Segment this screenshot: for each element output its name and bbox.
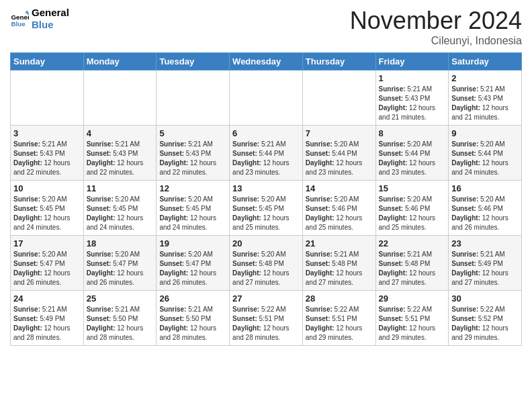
day-info: Sunrise: 5:21 AMSunset: 5:48 PMDaylight:… (379, 250, 446, 287)
calendar-cell: 5Sunrise: 5:21 AMSunset: 5:43 PMDaylight… (157, 126, 230, 181)
weekday-header-wednesday: Wednesday (230, 53, 303, 71)
day-number: 18 (87, 238, 154, 248)
calendar-cell: 1Sunrise: 5:21 AMSunset: 5:43 PMDaylight… (375, 71, 449, 126)
day-info: Sunrise: 5:20 AMSunset: 5:47 PMDaylight:… (159, 250, 226, 287)
day-number: 12 (159, 183, 226, 193)
day-info: Sunrise: 5:20 AMSunset: 5:45 PMDaylight:… (13, 195, 81, 232)
day-number: 19 (159, 238, 226, 248)
day-info: Sunrise: 5:21 AMSunset: 5:50 PMDaylight:… (159, 305, 226, 342)
day-info: Sunrise: 5:20 AMSunset: 5:44 PMDaylight:… (451, 140, 519, 177)
calendar-cell (83, 71, 157, 126)
weekday-header-saturday: Saturday (449, 53, 522, 71)
day-info: Sunrise: 5:21 AMSunset: 5:49 PMDaylight:… (13, 305, 81, 342)
calendar-cell (157, 71, 230, 126)
calendar-week-3: 10Sunrise: 5:20 AMSunset: 5:45 PMDayligh… (11, 181, 522, 236)
calendar-cell: 25Sunrise: 5:21 AMSunset: 5:50 PMDayligh… (83, 291, 157, 346)
svg-marker-2 (25, 10, 29, 13)
day-number: 9 (451, 128, 519, 138)
day-number: 28 (306, 293, 373, 304)
location: Cileunyi, Indonesia (350, 35, 522, 47)
calendar-week-4: 17Sunrise: 5:20 AMSunset: 5:47 PMDayligh… (11, 236, 522, 291)
day-info: Sunrise: 5:20 AMSunset: 5:46 PMDaylight:… (306, 195, 373, 232)
calendar-cell (302, 71, 375, 126)
day-number: 16 (451, 183, 519, 193)
day-number: 10 (13, 183, 81, 193)
calendar-cell: 7Sunrise: 5:20 AMSunset: 5:44 PMDaylight… (302, 126, 375, 181)
day-info: Sunrise: 5:21 AMSunset: 5:43 PMDaylight:… (87, 140, 154, 177)
day-info: Sunrise: 5:22 AMSunset: 5:51 PMDaylight:… (306, 305, 373, 342)
day-number: 29 (379, 293, 446, 304)
calendar-cell: 24Sunrise: 5:21 AMSunset: 5:49 PMDayligh… (11, 291, 84, 346)
calendar-cell: 2Sunrise: 5:21 AMSunset: 5:43 PMDaylight… (449, 71, 522, 126)
day-number: 11 (87, 183, 154, 193)
calendar-cell: 9Sunrise: 5:20 AMSunset: 5:44 PMDaylight… (449, 126, 522, 181)
svg-text:Blue: Blue (11, 20, 26, 28)
calendar-cell: 17Sunrise: 5:20 AMSunset: 5:47 PMDayligh… (11, 236, 84, 291)
calendar-table: SundayMondayTuesdayWednesdayThursdayFrid… (10, 52, 522, 346)
day-info: Sunrise: 5:21 AMSunset: 5:43 PMDaylight:… (13, 140, 81, 177)
day-number: 22 (379, 238, 446, 248)
calendar-week-2: 3Sunrise: 5:21 AMSunset: 5:43 PMDaylight… (11, 126, 522, 181)
day-info: Sunrise: 5:21 AMSunset: 5:50 PMDaylight:… (87, 305, 154, 342)
calendar-cell (230, 71, 303, 126)
weekday-header-monday: Monday (83, 53, 157, 71)
calendar-cell: 20Sunrise: 5:20 AMSunset: 5:48 PMDayligh… (230, 236, 303, 291)
day-info: Sunrise: 5:22 AMSunset: 5:51 PMDaylight:… (232, 305, 300, 342)
day-number: 1 (379, 73, 446, 83)
calendar-cell: 3Sunrise: 5:21 AMSunset: 5:43 PMDaylight… (11, 126, 84, 181)
calendar-cell: 26Sunrise: 5:21 AMSunset: 5:50 PMDayligh… (157, 291, 230, 346)
day-info: Sunrise: 5:20 AMSunset: 5:44 PMDaylight:… (379, 140, 446, 177)
day-number: 23 (451, 238, 519, 248)
calendar-cell: 18Sunrise: 5:20 AMSunset: 5:47 PMDayligh… (83, 236, 157, 291)
calendar-cell: 15Sunrise: 5:20 AMSunset: 5:46 PMDayligh… (375, 181, 449, 236)
day-number: 27 (232, 293, 300, 304)
logo: General Blue General Blue (10, 7, 69, 31)
day-info: Sunrise: 5:20 AMSunset: 5:47 PMDaylight:… (87, 250, 154, 287)
day-number: 20 (232, 238, 300, 248)
day-number: 3 (13, 128, 81, 138)
day-number: 5 (159, 128, 226, 138)
weekday-header-tuesday: Tuesday (157, 53, 230, 71)
day-number: 4 (87, 128, 154, 138)
calendar-cell (11, 71, 84, 126)
calendar-cell: 13Sunrise: 5:20 AMSunset: 5:45 PMDayligh… (230, 181, 303, 236)
day-number: 14 (306, 183, 373, 193)
day-info: Sunrise: 5:20 AMSunset: 5:47 PMDaylight:… (13, 250, 81, 287)
day-number: 26 (159, 293, 226, 304)
calendar-cell: 29Sunrise: 5:22 AMSunset: 5:51 PMDayligh… (375, 291, 449, 346)
day-info: Sunrise: 5:22 AMSunset: 5:52 PMDaylight:… (451, 305, 519, 342)
day-info: Sunrise: 5:20 AMSunset: 5:45 PMDaylight:… (159, 195, 226, 232)
day-info: Sunrise: 5:20 AMSunset: 5:46 PMDaylight:… (451, 195, 519, 232)
day-number: 2 (451, 73, 519, 83)
weekday-header-row: SundayMondayTuesdayWednesdayThursdayFrid… (11, 53, 522, 71)
day-info: Sunrise: 5:20 AMSunset: 5:48 PMDaylight:… (232, 250, 300, 287)
calendar-cell: 16Sunrise: 5:20 AMSunset: 5:46 PMDayligh… (449, 181, 522, 236)
calendar-cell: 30Sunrise: 5:22 AMSunset: 5:52 PMDayligh… (449, 291, 522, 346)
calendar-cell: 21Sunrise: 5:21 AMSunset: 5:48 PMDayligh… (302, 236, 375, 291)
day-number: 21 (306, 238, 373, 248)
weekday-header-sunday: Sunday (11, 53, 84, 71)
calendar-cell: 19Sunrise: 5:20 AMSunset: 5:47 PMDayligh… (157, 236, 230, 291)
day-info: Sunrise: 5:21 AMSunset: 5:43 PMDaylight:… (379, 85, 446, 122)
calendar-cell: 6Sunrise: 5:21 AMSunset: 5:44 PMDaylight… (230, 126, 303, 181)
day-info: Sunrise: 5:21 AMSunset: 5:43 PMDaylight:… (451, 85, 519, 122)
calendar-cell: 22Sunrise: 5:21 AMSunset: 5:48 PMDayligh… (375, 236, 449, 291)
calendar-cell: 8Sunrise: 5:20 AMSunset: 5:44 PMDaylight… (375, 126, 449, 181)
calendar-week-5: 24Sunrise: 5:21 AMSunset: 5:49 PMDayligh… (11, 291, 522, 346)
calendar-cell: 27Sunrise: 5:22 AMSunset: 5:51 PMDayligh… (230, 291, 303, 346)
day-number: 8 (379, 128, 446, 138)
month-title: November 2024 (350, 7, 522, 35)
day-number: 24 (13, 293, 81, 304)
day-number: 30 (451, 293, 519, 304)
day-number: 7 (306, 128, 373, 138)
calendar-week-1: 1Sunrise: 5:21 AMSunset: 5:43 PMDaylight… (11, 71, 522, 126)
weekday-header-friday: Friday (375, 53, 449, 71)
day-info: Sunrise: 5:20 AMSunset: 5:46 PMDaylight:… (379, 195, 446, 232)
calendar-cell: 4Sunrise: 5:21 AMSunset: 5:43 PMDaylight… (83, 126, 157, 181)
title-block: November 2024 Cileunyi, Indonesia (350, 7, 522, 47)
day-info: Sunrise: 5:21 AMSunset: 5:48 PMDaylight:… (306, 250, 373, 287)
day-info: Sunrise: 5:22 AMSunset: 5:51 PMDaylight:… (379, 305, 446, 342)
calendar-cell: 10Sunrise: 5:20 AMSunset: 5:45 PMDayligh… (11, 181, 84, 236)
calendar-cell: 23Sunrise: 5:21 AMSunset: 5:49 PMDayligh… (449, 236, 522, 291)
day-info: Sunrise: 5:20 AMSunset: 5:44 PMDaylight:… (306, 140, 373, 177)
